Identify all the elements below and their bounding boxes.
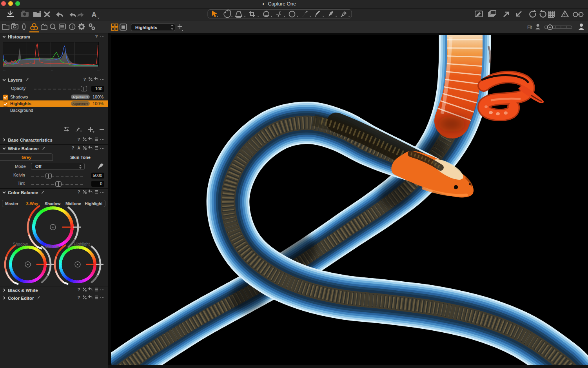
svg-text:?: ? [95,34,98,39]
svg-text:?: ? [78,137,80,142]
svg-text:?: ? [78,295,80,300]
svg-text:Highlights: Highlights [135,25,157,30]
svg-text:?: ? [72,146,74,150]
svg-text:A: A [91,11,97,19]
svg-text:?: ? [83,77,86,82]
svg-text:A: A [77,146,80,150]
svg-text:Fit: Fit [527,25,532,29]
svg-text:?: ? [78,287,80,292]
